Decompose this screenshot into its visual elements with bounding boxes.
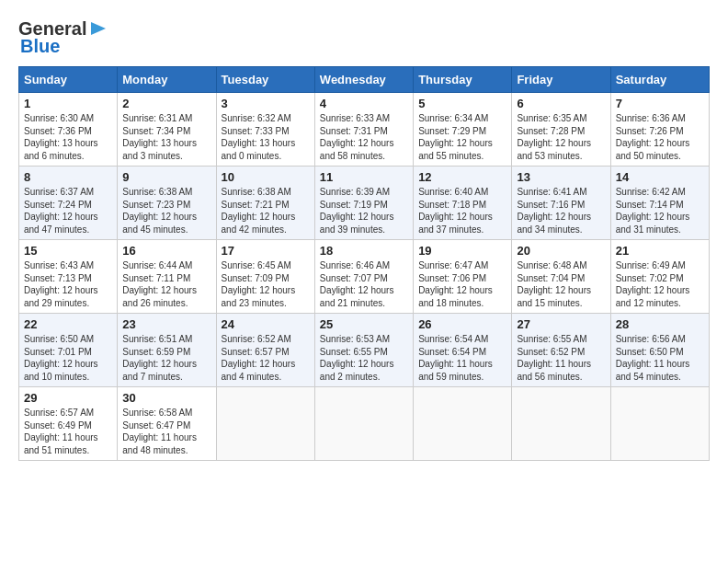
day-header-saturday: Saturday (610, 67, 709, 93)
day-info: Sunrise: 6:39 AMSunset: 7:19 PMDaylight:… (320, 187, 394, 235)
calendar-cell (610, 387, 709, 461)
day-number: 6 (517, 97, 605, 110)
day-number: 9 (122, 170, 210, 184)
calendar-cell: 6 Sunrise: 6:35 AMSunset: 7:28 PMDayligh… (512, 93, 610, 167)
day-number: 19 (418, 244, 506, 258)
calendar-cell: 21 Sunrise: 6:49 AMSunset: 7:02 PMDaylig… (610, 240, 709, 314)
calendar-cell: 25 Sunrise: 6:53 AMSunset: 6:55 PMDaylig… (314, 314, 413, 387)
calendar-cell: 16 Sunrise: 6:44 AMSunset: 7:11 PMDaylig… (118, 240, 216, 314)
day-header-monday: Monday (118, 67, 216, 93)
day-info: Sunrise: 6:48 AMSunset: 7:04 PMDaylight:… (517, 260, 591, 308)
day-number: 24 (222, 317, 310, 331)
day-info: Sunrise: 6:49 AMSunset: 7:02 PMDaylight:… (616, 260, 690, 308)
calendar-cell (216, 387, 314, 461)
day-number: 17 (222, 244, 310, 258)
calendar-cell: 7 Sunrise: 6:36 AMSunset: 7:26 PMDayligh… (610, 93, 709, 167)
day-number: 28 (616, 317, 704, 331)
calendar-cell: 15 Sunrise: 6:43 AMSunset: 7:13 PMDaylig… (19, 240, 118, 314)
day-info: Sunrise: 6:53 AMSunset: 6:55 PMDaylight:… (320, 334, 394, 382)
day-number: 7 (616, 97, 704, 110)
day-header-tuesday: Tuesday (216, 67, 314, 93)
day-number: 25 (320, 317, 408, 331)
day-info: Sunrise: 6:46 AMSunset: 7:07 PMDaylight:… (320, 260, 394, 308)
calendar-cell: 22 Sunrise: 6:50 AMSunset: 7:01 PMDaylig… (19, 314, 118, 387)
day-number: 18 (320, 244, 408, 258)
day-info: Sunrise: 6:51 AMSunset: 6:59 PMDaylight:… (122, 334, 197, 382)
calendar-cell: 4 Sunrise: 6:33 AMSunset: 7:31 PMDayligh… (314, 93, 413, 167)
calendar-cell: 30 Sunrise: 6:58 AMSunset: 6:47 PMDaylig… (118, 387, 216, 461)
day-info: Sunrise: 6:36 AMSunset: 7:26 PMDaylight:… (616, 113, 690, 161)
day-info: Sunrise: 6:43 AMSunset: 7:13 PMDaylight:… (24, 260, 98, 308)
day-info: Sunrise: 6:52 AMSunset: 6:57 PMDaylight:… (222, 334, 296, 382)
day-info: Sunrise: 6:33 AMSunset: 7:31 PMDaylight:… (320, 113, 394, 161)
day-info: Sunrise: 6:57 AMSunset: 6:49 PMDaylight:… (24, 408, 98, 455)
day-number: 20 (517, 244, 605, 258)
logo: General Blue (18, 18, 108, 57)
day-header-friday: Friday (512, 67, 610, 93)
day-number: 21 (616, 244, 704, 258)
day-info: Sunrise: 6:40 AMSunset: 7:18 PMDaylight:… (418, 187, 493, 235)
day-info: Sunrise: 6:58 AMSunset: 6:47 PMDaylight:… (122, 408, 197, 455)
day-number: 2 (122, 97, 210, 110)
calendar-cell: 9 Sunrise: 6:38 AMSunset: 7:23 PMDayligh… (118, 167, 216, 240)
logo-blue: Blue (20, 36, 60, 56)
calendar-cell: 23 Sunrise: 6:51 AMSunset: 6:59 PMDaylig… (118, 314, 216, 387)
day-info: Sunrise: 6:44 AMSunset: 7:11 PMDaylight:… (122, 260, 197, 308)
calendar-header-row: SundayMondayTuesdayWednesdayThursdayFrid… (19, 67, 710, 93)
calendar-cell: 5 Sunrise: 6:34 AMSunset: 7:29 PMDayligh… (414, 93, 512, 167)
calendar-cell: 3 Sunrise: 6:32 AMSunset: 7:33 PMDayligh… (216, 93, 314, 167)
calendar-cell: 2 Sunrise: 6:31 AMSunset: 7:34 PMDayligh… (118, 93, 216, 167)
calendar-cell (512, 387, 610, 461)
day-info: Sunrise: 6:55 AMSunset: 6:52 PMDaylight:… (517, 334, 591, 382)
day-number: 27 (517, 317, 605, 331)
day-info: Sunrise: 6:37 AMSunset: 7:24 PMDaylight:… (24, 187, 98, 235)
day-number: 16 (122, 244, 210, 258)
day-number: 22 (24, 317, 112, 331)
day-number: 30 (122, 391, 210, 405)
calendar-week-1: 1 Sunrise: 6:30 AMSunset: 7:36 PMDayligh… (19, 93, 710, 167)
calendar-cell: 18 Sunrise: 6:46 AMSunset: 7:07 PMDaylig… (314, 240, 413, 314)
day-info: Sunrise: 6:38 AMSunset: 7:23 PMDaylight:… (122, 187, 197, 235)
svg-marker-0 (91, 22, 106, 35)
day-info: Sunrise: 6:35 AMSunset: 7:28 PMDaylight:… (517, 113, 591, 161)
day-number: 11 (320, 170, 408, 184)
calendar-cell (314, 387, 413, 461)
day-number: 1 (24, 97, 112, 110)
calendar-table: SundayMondayTuesdayWednesdayThursdayFrid… (18, 66, 710, 461)
day-number: 13 (517, 170, 605, 184)
calendar-cell: 1 Sunrise: 6:30 AMSunset: 7:36 PMDayligh… (19, 93, 118, 167)
day-info: Sunrise: 6:42 AMSunset: 7:14 PMDaylight:… (616, 187, 690, 235)
day-info: Sunrise: 6:31 AMSunset: 7:34 PMDaylight:… (122, 113, 197, 161)
day-info: Sunrise: 6:41 AMSunset: 7:16 PMDaylight:… (517, 187, 591, 235)
day-info: Sunrise: 6:50 AMSunset: 7:01 PMDaylight:… (24, 334, 98, 382)
day-info: Sunrise: 6:54 AMSunset: 6:54 PMDaylight:… (418, 334, 493, 382)
day-number: 5 (418, 97, 506, 110)
day-info: Sunrise: 6:45 AMSunset: 7:09 PMDaylight:… (222, 260, 296, 308)
day-header-thursday: Thursday (414, 67, 512, 93)
day-number: 29 (24, 391, 112, 405)
day-header-wednesday: Wednesday (314, 67, 413, 93)
day-header-sunday: Sunday (19, 67, 118, 93)
calendar-cell: 17 Sunrise: 6:45 AMSunset: 7:09 PMDaylig… (216, 240, 314, 314)
day-number: 12 (418, 170, 506, 184)
day-number: 14 (616, 170, 704, 184)
calendar-cell: 20 Sunrise: 6:48 AMSunset: 7:04 PMDaylig… (512, 240, 610, 314)
calendar-cell: 14 Sunrise: 6:42 AMSunset: 7:14 PMDaylig… (610, 167, 709, 240)
day-info: Sunrise: 6:30 AMSunset: 7:36 PMDaylight:… (24, 113, 98, 161)
calendar-week-2: 8 Sunrise: 6:37 AMSunset: 7:24 PMDayligh… (19, 167, 710, 240)
calendar-cell: 24 Sunrise: 6:52 AMSunset: 6:57 PMDaylig… (216, 314, 314, 387)
day-number: 23 (122, 317, 210, 331)
day-number: 10 (222, 170, 310, 184)
calendar-cell: 8 Sunrise: 6:37 AMSunset: 7:24 PMDayligh… (19, 167, 118, 240)
calendar-cell: 27 Sunrise: 6:55 AMSunset: 6:52 PMDaylig… (512, 314, 610, 387)
page-header: General Blue (18, 18, 710, 57)
day-info: Sunrise: 6:38 AMSunset: 7:21 PMDaylight:… (222, 187, 296, 235)
calendar-week-5: 29 Sunrise: 6:57 AMSunset: 6:49 PMDaylig… (19, 387, 710, 461)
day-info: Sunrise: 6:34 AMSunset: 7:29 PMDaylight:… (418, 113, 493, 161)
calendar-cell: 29 Sunrise: 6:57 AMSunset: 6:49 PMDaylig… (19, 387, 118, 461)
calendar-week-3: 15 Sunrise: 6:43 AMSunset: 7:13 PMDaylig… (19, 240, 710, 314)
calendar-cell: 13 Sunrise: 6:41 AMSunset: 7:16 PMDaylig… (512, 167, 610, 240)
day-number: 15 (24, 244, 112, 258)
day-number: 8 (24, 170, 112, 184)
calendar-cell: 12 Sunrise: 6:40 AMSunset: 7:18 PMDaylig… (414, 167, 512, 240)
